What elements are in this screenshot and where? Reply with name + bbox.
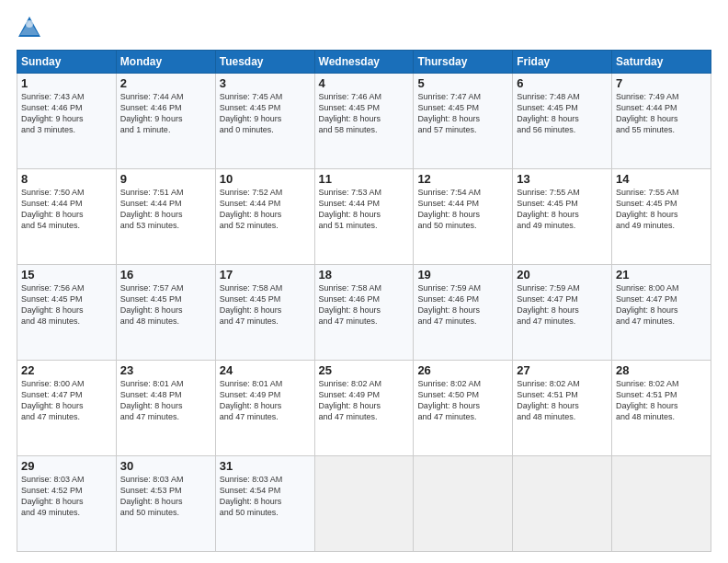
calendar-cell: 5Sunrise: 7:47 AMSunset: 4:45 PMDaylight… <box>414 74 513 169</box>
calendar-cell: 21Sunrise: 8:00 AMSunset: 4:47 PMDayligh… <box>612 265 711 361</box>
day-number: 2 <box>120 76 211 90</box>
day-number: 24 <box>220 363 311 377</box>
calendar-cell: 15Sunrise: 7:56 AMSunset: 4:45 PMDayligh… <box>17 265 117 361</box>
cell-details: Sunrise: 7:44 AMSunset: 4:46 PMDaylight:… <box>120 91 211 136</box>
cell-details: Sunrise: 8:02 AMSunset: 4:50 PMDaylight:… <box>417 378 508 423</box>
day-number: 11 <box>319 172 410 186</box>
day-number: 21 <box>616 268 707 282</box>
cell-details: Sunrise: 7:57 AMSunset: 4:45 PMDaylight:… <box>120 282 211 327</box>
day-number: 26 <box>417 363 508 377</box>
day-number: 28 <box>616 363 707 377</box>
cell-details: Sunrise: 7:54 AMSunset: 4:44 PMDaylight:… <box>417 187 508 232</box>
cell-details: Sunrise: 7:59 AMSunset: 4:46 PMDaylight:… <box>417 282 508 327</box>
page: SundayMondayTuesdayWednesdayThursdayFrid… <box>0 0 728 563</box>
calendar-cell: 16Sunrise: 7:57 AMSunset: 4:45 PMDayligh… <box>116 265 215 361</box>
cell-details: Sunrise: 8:00 AMSunset: 4:47 PMDaylight:… <box>21 378 112 423</box>
calendar-cell: 29Sunrise: 8:03 AMSunset: 4:52 PMDayligh… <box>17 456 117 552</box>
day-number: 13 <box>517 172 608 186</box>
calendar-header-friday: Friday <box>513 51 612 74</box>
day-number: 8 <box>21 172 112 186</box>
day-number: 1 <box>21 76 112 90</box>
calendar-cell: 31Sunrise: 8:03 AMSunset: 4:54 PMDayligh… <box>215 456 314 552</box>
calendar-cell <box>414 456 513 552</box>
calendar-week-row: 22Sunrise: 8:00 AMSunset: 4:47 PMDayligh… <box>17 361 711 456</box>
cell-details: Sunrise: 7:45 AMSunset: 4:45 PMDaylight:… <box>220 91 311 136</box>
day-number: 19 <box>417 268 508 282</box>
day-number: 20 <box>517 268 608 282</box>
calendar-cell: 28Sunrise: 8:02 AMSunset: 4:51 PMDayligh… <box>612 361 711 456</box>
header <box>17 15 711 40</box>
day-number: 14 <box>616 172 707 186</box>
calendar-header-saturday: Saturday <box>612 51 711 74</box>
cell-details: Sunrise: 8:02 AMSunset: 4:51 PMDaylight:… <box>517 378 608 423</box>
day-number: 31 <box>220 459 311 473</box>
cell-details: Sunrise: 7:52 AMSunset: 4:44 PMDaylight:… <box>220 187 311 232</box>
calendar-cell: 8Sunrise: 7:50 AMSunset: 4:44 PMDaylight… <box>17 169 117 265</box>
cell-details: Sunrise: 7:53 AMSunset: 4:44 PMDaylight:… <box>319 187 410 232</box>
cell-details: Sunrise: 7:55 AMSunset: 4:45 PMDaylight:… <box>616 187 707 232</box>
cell-details: Sunrise: 8:01 AMSunset: 4:49 PMDaylight:… <box>220 378 311 423</box>
svg-point-2 <box>26 20 33 28</box>
calendar-cell: 14Sunrise: 7:55 AMSunset: 4:45 PMDayligh… <box>612 169 711 265</box>
calendar-week-row: 15Sunrise: 7:56 AMSunset: 4:45 PMDayligh… <box>17 265 711 361</box>
day-number: 3 <box>220 76 311 90</box>
cell-details: Sunrise: 7:55 AMSunset: 4:45 PMDaylight:… <box>517 187 608 232</box>
calendar-cell: 23Sunrise: 8:01 AMSunset: 4:48 PMDayligh… <box>116 361 215 456</box>
logo <box>17 15 46 40</box>
day-number: 12 <box>417 172 508 186</box>
calendar-header-sunday: Sunday <box>17 51 117 74</box>
calendar-cell: 26Sunrise: 8:02 AMSunset: 4:50 PMDayligh… <box>414 361 513 456</box>
calendar-header-wednesday: Wednesday <box>314 51 414 74</box>
cell-details: Sunrise: 7:50 AMSunset: 4:44 PMDaylight:… <box>21 187 112 232</box>
cell-details: Sunrise: 8:03 AMSunset: 4:52 PMDaylight:… <box>21 474 112 519</box>
day-number: 29 <box>21 459 112 473</box>
calendar-cell: 7Sunrise: 7:49 AMSunset: 4:44 PMDaylight… <box>612 74 711 169</box>
calendar-cell: 27Sunrise: 8:02 AMSunset: 4:51 PMDayligh… <box>513 361 612 456</box>
calendar-cell: 9Sunrise: 7:51 AMSunset: 4:44 PMDaylight… <box>116 169 215 265</box>
calendar-cell: 3Sunrise: 7:45 AMSunset: 4:45 PMDaylight… <box>215 74 314 169</box>
calendar-header-monday: Monday <box>116 51 215 74</box>
day-number: 9 <box>120 172 211 186</box>
cell-details: Sunrise: 7:56 AMSunset: 4:45 PMDaylight:… <box>21 282 112 327</box>
calendar-header-tuesday: Tuesday <box>215 51 314 74</box>
calendar-cell: 18Sunrise: 7:58 AMSunset: 4:46 PMDayligh… <box>314 265 414 361</box>
calendar-table: SundayMondayTuesdayWednesdayThursdayFrid… <box>17 50 711 552</box>
calendar-cell <box>513 456 612 552</box>
day-number: 27 <box>517 363 608 377</box>
calendar-header-thursday: Thursday <box>414 51 513 74</box>
calendar-cell: 25Sunrise: 8:02 AMSunset: 4:49 PMDayligh… <box>314 361 414 456</box>
logo-icon <box>17 15 42 40</box>
calendar-cell: 17Sunrise: 7:58 AMSunset: 4:45 PMDayligh… <box>215 265 314 361</box>
cell-details: Sunrise: 7:49 AMSunset: 4:44 PMDaylight:… <box>616 91 707 136</box>
calendar-cell: 1Sunrise: 7:43 AMSunset: 4:46 PMDaylight… <box>17 74 117 169</box>
calendar-cell: 10Sunrise: 7:52 AMSunset: 4:44 PMDayligh… <box>215 169 314 265</box>
cell-details: Sunrise: 7:59 AMSunset: 4:47 PMDaylight:… <box>517 282 608 327</box>
day-number: 17 <box>220 268 311 282</box>
cell-details: Sunrise: 8:01 AMSunset: 4:48 PMDaylight:… <box>120 378 211 423</box>
calendar-header-row: SundayMondayTuesdayWednesdayThursdayFrid… <box>17 51 711 74</box>
day-number: 25 <box>319 363 410 377</box>
calendar-cell: 22Sunrise: 8:00 AMSunset: 4:47 PMDayligh… <box>17 361 117 456</box>
calendar-cell: 19Sunrise: 7:59 AMSunset: 4:46 PMDayligh… <box>414 265 513 361</box>
cell-details: Sunrise: 7:58 AMSunset: 4:45 PMDaylight:… <box>220 282 311 327</box>
calendar-week-row: 8Sunrise: 7:50 AMSunset: 4:44 PMDaylight… <box>17 169 711 265</box>
calendar-cell: 13Sunrise: 7:55 AMSunset: 4:45 PMDayligh… <box>513 169 612 265</box>
calendar-cell: 4Sunrise: 7:46 AMSunset: 4:45 PMDaylight… <box>314 74 414 169</box>
cell-details: Sunrise: 7:46 AMSunset: 4:45 PMDaylight:… <box>319 91 410 136</box>
cell-details: Sunrise: 7:48 AMSunset: 4:45 PMDaylight:… <box>517 91 608 136</box>
cell-details: Sunrise: 8:03 AMSunset: 4:53 PMDaylight:… <box>120 474 211 519</box>
cell-details: Sunrise: 7:43 AMSunset: 4:46 PMDaylight:… <box>21 91 112 136</box>
calendar-cell <box>612 456 711 552</box>
calendar-cell: 2Sunrise: 7:44 AMSunset: 4:46 PMDaylight… <box>116 74 215 169</box>
cell-details: Sunrise: 7:47 AMSunset: 4:45 PMDaylight:… <box>417 91 508 136</box>
calendar-cell: 30Sunrise: 8:03 AMSunset: 4:53 PMDayligh… <box>116 456 215 552</box>
cell-details: Sunrise: 8:03 AMSunset: 4:54 PMDaylight:… <box>220 474 311 519</box>
day-number: 23 <box>120 363 211 377</box>
day-number: 5 <box>417 76 508 90</box>
calendar-cell: 24Sunrise: 8:01 AMSunset: 4:49 PMDayligh… <box>215 361 314 456</box>
day-number: 15 <box>21 268 112 282</box>
day-number: 30 <box>120 459 211 473</box>
cell-details: Sunrise: 7:51 AMSunset: 4:44 PMDaylight:… <box>120 187 211 232</box>
day-number: 10 <box>220 172 311 186</box>
calendar-cell: 11Sunrise: 7:53 AMSunset: 4:44 PMDayligh… <box>314 169 414 265</box>
